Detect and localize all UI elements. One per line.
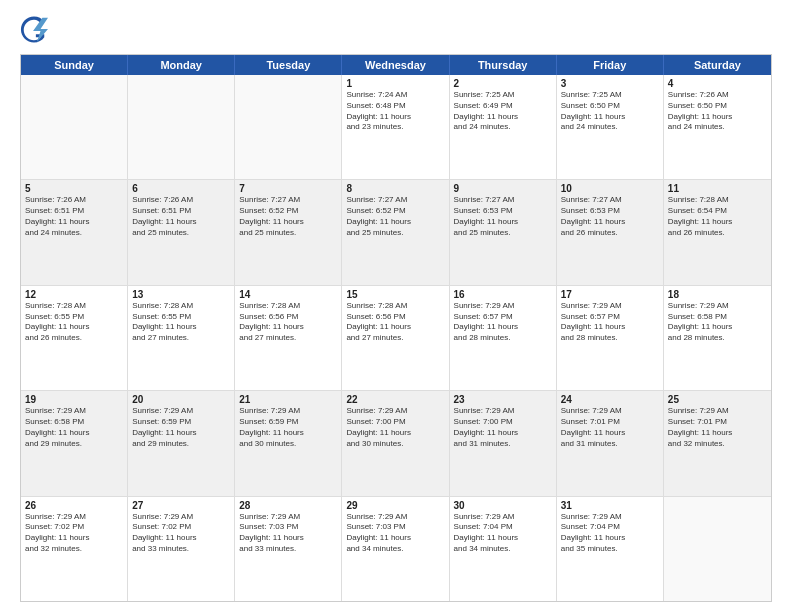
calendar-cell: 8Sunrise: 7:27 AM Sunset: 6:52 PM Daylig… [342,180,449,284]
calendar-cell: 17Sunrise: 7:29 AM Sunset: 6:57 PM Dayli… [557,286,664,390]
day-number: 29 [346,500,444,511]
header-day-monday: Monday [128,55,235,75]
calendar-cell: 7Sunrise: 7:27 AM Sunset: 6:52 PM Daylig… [235,180,342,284]
day-info: Sunrise: 7:29 AM Sunset: 7:01 PM Dayligh… [561,406,659,449]
calendar-cell: 12Sunrise: 7:28 AM Sunset: 6:55 PM Dayli… [21,286,128,390]
day-number: 7 [239,183,337,194]
day-info: Sunrise: 7:26 AM Sunset: 6:51 PM Dayligh… [25,195,123,238]
calendar-cell: 9Sunrise: 7:27 AM Sunset: 6:53 PM Daylig… [450,180,557,284]
day-info: Sunrise: 7:27 AM Sunset: 6:53 PM Dayligh… [561,195,659,238]
day-number: 1 [346,78,444,89]
header-day-saturday: Saturday [664,55,771,75]
day-info: Sunrise: 7:29 AM Sunset: 7:03 PM Dayligh… [346,512,444,555]
day-info: Sunrise: 7:27 AM Sunset: 6:53 PM Dayligh… [454,195,552,238]
calendar-cell: 21Sunrise: 7:29 AM Sunset: 6:59 PM Dayli… [235,391,342,495]
day-info: Sunrise: 7:29 AM Sunset: 7:00 PM Dayligh… [346,406,444,449]
header-day-thursday: Thursday [450,55,557,75]
day-number: 8 [346,183,444,194]
calendar-cell: 1Sunrise: 7:24 AM Sunset: 6:48 PM Daylig… [342,75,449,179]
day-info: Sunrise: 7:29 AM Sunset: 6:58 PM Dayligh… [668,301,767,344]
day-info: Sunrise: 7:29 AM Sunset: 6:59 PM Dayligh… [132,406,230,449]
day-number: 5 [25,183,123,194]
day-number: 27 [132,500,230,511]
calendar-cell: 5Sunrise: 7:26 AM Sunset: 6:51 PM Daylig… [21,180,128,284]
calendar-cell: 14Sunrise: 7:28 AM Sunset: 6:56 PM Dayli… [235,286,342,390]
day-number: 6 [132,183,230,194]
day-info: Sunrise: 7:29 AM Sunset: 7:00 PM Dayligh… [454,406,552,449]
day-info: Sunrise: 7:25 AM Sunset: 6:49 PM Dayligh… [454,90,552,133]
calendar-cell: 29Sunrise: 7:29 AM Sunset: 7:03 PM Dayli… [342,497,449,601]
day-number: 11 [668,183,767,194]
calendar-cell: 16Sunrise: 7:29 AM Sunset: 6:57 PM Dayli… [450,286,557,390]
week-row-1: 1Sunrise: 7:24 AM Sunset: 6:48 PM Daylig… [21,75,771,180]
day-info: Sunrise: 7:29 AM Sunset: 7:04 PM Dayligh… [561,512,659,555]
day-info: Sunrise: 7:29 AM Sunset: 6:57 PM Dayligh… [454,301,552,344]
calendar-cell: 15Sunrise: 7:28 AM Sunset: 6:56 PM Dayli… [342,286,449,390]
day-number: 24 [561,394,659,405]
calendar: SundayMondayTuesdayWednesdayThursdayFrid… [20,54,772,602]
day-info: Sunrise: 7:28 AM Sunset: 6:55 PM Dayligh… [25,301,123,344]
day-info: Sunrise: 7:29 AM Sunset: 6:59 PM Dayligh… [239,406,337,449]
day-info: Sunrise: 7:26 AM Sunset: 6:50 PM Dayligh… [668,90,767,133]
day-info: Sunrise: 7:29 AM Sunset: 6:58 PM Dayligh… [25,406,123,449]
calendar-cell: 23Sunrise: 7:29 AM Sunset: 7:00 PM Dayli… [450,391,557,495]
calendar-cell: 6Sunrise: 7:26 AM Sunset: 6:51 PM Daylig… [128,180,235,284]
calendar-cell: 11Sunrise: 7:28 AM Sunset: 6:54 PM Dayli… [664,180,771,284]
calendar-cell: 19Sunrise: 7:29 AM Sunset: 6:58 PM Dayli… [21,391,128,495]
day-info: Sunrise: 7:24 AM Sunset: 6:48 PM Dayligh… [346,90,444,133]
day-number: 26 [25,500,123,511]
calendar-cell: 10Sunrise: 7:27 AM Sunset: 6:53 PM Dayli… [557,180,664,284]
day-number: 18 [668,289,767,300]
day-number: 22 [346,394,444,405]
day-info: Sunrise: 7:29 AM Sunset: 7:03 PM Dayligh… [239,512,337,555]
day-info: Sunrise: 7:29 AM Sunset: 7:02 PM Dayligh… [25,512,123,555]
day-number: 2 [454,78,552,89]
day-info: Sunrise: 7:29 AM Sunset: 7:04 PM Dayligh… [454,512,552,555]
calendar-cell: 4Sunrise: 7:26 AM Sunset: 6:50 PM Daylig… [664,75,771,179]
calendar-cell: 2Sunrise: 7:25 AM Sunset: 6:49 PM Daylig… [450,75,557,179]
day-number: 4 [668,78,767,89]
day-info: Sunrise: 7:29 AM Sunset: 6:57 PM Dayligh… [561,301,659,344]
logo-icon [20,16,48,44]
day-info: Sunrise: 7:27 AM Sunset: 6:52 PM Dayligh… [346,195,444,238]
page: SundayMondayTuesdayWednesdayThursdayFrid… [0,0,792,612]
calendar-cell: 26Sunrise: 7:29 AM Sunset: 7:02 PM Dayli… [21,497,128,601]
day-info: Sunrise: 7:29 AM Sunset: 7:01 PM Dayligh… [668,406,767,449]
calendar-cell: 3Sunrise: 7:25 AM Sunset: 6:50 PM Daylig… [557,75,664,179]
calendar-cell: 27Sunrise: 7:29 AM Sunset: 7:02 PM Dayli… [128,497,235,601]
calendar-cell: 20Sunrise: 7:29 AM Sunset: 6:59 PM Dayli… [128,391,235,495]
day-info: Sunrise: 7:28 AM Sunset: 6:56 PM Dayligh… [239,301,337,344]
day-number: 10 [561,183,659,194]
day-number: 30 [454,500,552,511]
calendar-cell: 25Sunrise: 7:29 AM Sunset: 7:01 PM Dayli… [664,391,771,495]
calendar-header: SundayMondayTuesdayWednesdayThursdayFrid… [21,55,771,75]
day-number: 16 [454,289,552,300]
day-info: Sunrise: 7:28 AM Sunset: 6:55 PM Dayligh… [132,301,230,344]
day-info: Sunrise: 7:29 AM Sunset: 7:02 PM Dayligh… [132,512,230,555]
day-info: Sunrise: 7:25 AM Sunset: 6:50 PM Dayligh… [561,90,659,133]
header-day-tuesday: Tuesday [235,55,342,75]
day-number: 19 [25,394,123,405]
calendar-cell: 31Sunrise: 7:29 AM Sunset: 7:04 PM Dayli… [557,497,664,601]
calendar-cell [21,75,128,179]
day-number: 3 [561,78,659,89]
calendar-cell: 30Sunrise: 7:29 AM Sunset: 7:04 PM Dayli… [450,497,557,601]
day-number: 9 [454,183,552,194]
calendar-body: 1Sunrise: 7:24 AM Sunset: 6:48 PM Daylig… [21,75,771,601]
calendar-cell [128,75,235,179]
day-info: Sunrise: 7:27 AM Sunset: 6:52 PM Dayligh… [239,195,337,238]
calendar-cell [235,75,342,179]
header-day-friday: Friday [557,55,664,75]
day-number: 31 [561,500,659,511]
week-row-3: 12Sunrise: 7:28 AM Sunset: 6:55 PM Dayli… [21,286,771,391]
calendar-cell: 28Sunrise: 7:29 AM Sunset: 7:03 PM Dayli… [235,497,342,601]
calendar-cell: 13Sunrise: 7:28 AM Sunset: 6:55 PM Dayli… [128,286,235,390]
day-number: 28 [239,500,337,511]
day-number: 13 [132,289,230,300]
calendar-cell: 18Sunrise: 7:29 AM Sunset: 6:58 PM Dayli… [664,286,771,390]
calendar-cell: 24Sunrise: 7:29 AM Sunset: 7:01 PM Dayli… [557,391,664,495]
day-number: 14 [239,289,337,300]
calendar-cell: 22Sunrise: 7:29 AM Sunset: 7:00 PM Dayli… [342,391,449,495]
day-number: 23 [454,394,552,405]
day-number: 12 [25,289,123,300]
